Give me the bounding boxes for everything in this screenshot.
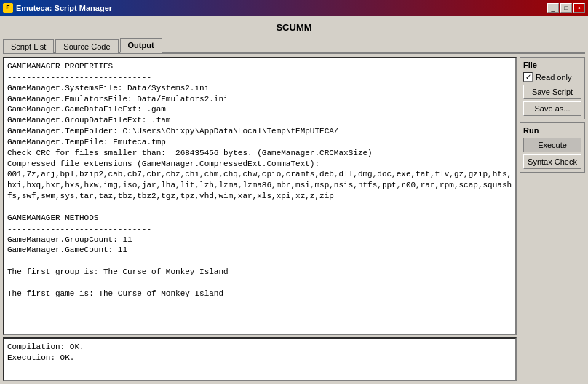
save-script-button[interactable]: Save Script (523, 85, 581, 99)
window-controls: _ □ × (547, 3, 585, 13)
file-group-title: File (523, 60, 581, 69)
tab-source-code[interactable]: Source Code (55, 39, 118, 53)
minimize-button[interactable]: _ (547, 3, 559, 13)
content-area: GAMEMANAGER PROPERTIES -----------------… (3, 57, 585, 381)
bottom-output-box: Compilation: OK. Execution: OK. (3, 337, 517, 381)
execute-button[interactable]: Execute (523, 138, 581, 152)
app-icon: E (3, 3, 13, 13)
right-panel: File ✓ Read only Save Script Save as... … (520, 57, 585, 381)
title-bar: E Emuteca: Script Manager _ □ × (0, 0, 588, 16)
output-panel: GAMEMANAGER PROPERTIES -----------------… (3, 57, 517, 381)
save-as-button[interactable]: Save as... (523, 101, 581, 116)
tab-bar: Script List Source Code Output (3, 37, 585, 54)
window-title: Emuteca: Script Manager (16, 4, 112, 12)
output-text-box[interactable]: GAMEMANAGER PROPERTIES -----------------… (3, 57, 517, 335)
readonly-checkbox[interactable]: ✓ (523, 72, 533, 82)
readonly-label: Read only (536, 73, 572, 82)
syntax-check-button[interactable]: Syntax Check (523, 154, 581, 169)
maximize-button[interactable]: □ (560, 3, 572, 13)
readonly-row[interactable]: ✓ Read only (523, 72, 581, 82)
close-button[interactable]: × (573, 3, 585, 13)
window-body: SCUMM Script List Source Code Output GAM… (0, 16, 588, 384)
tab-script-list[interactable]: Script List (3, 39, 54, 53)
run-group-title: Run (523, 126, 581, 135)
file-group: File ✓ Read only Save Script Save as... (520, 57, 585, 119)
app-title: SCUMM (3, 19, 585, 37)
run-group: Run Execute Syntax Check (520, 122, 585, 173)
tab-output[interactable]: Output (120, 38, 162, 53)
